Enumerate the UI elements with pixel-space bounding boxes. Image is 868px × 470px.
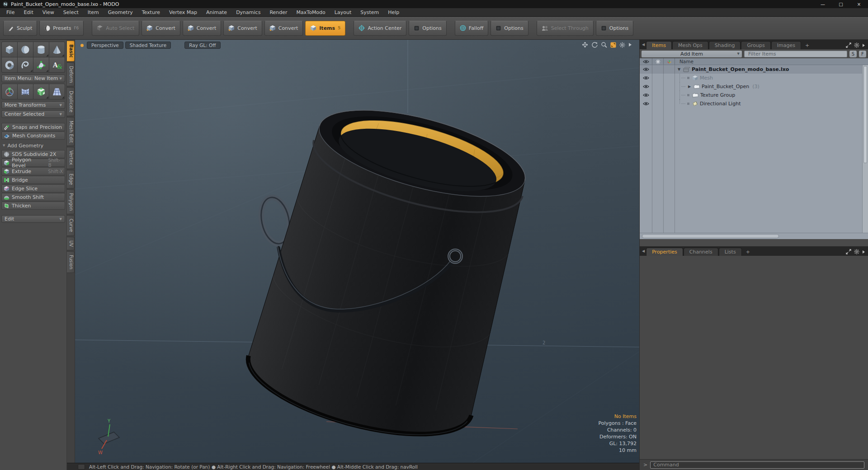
falloff-options-button[interactable]: Options: [491, 21, 528, 36]
collapse-arrow-icon[interactable]: ▼: [677, 67, 681, 71]
panel-left-arrow-icon[interactable]: ◀: [641, 249, 646, 253]
filter-f-button[interactable]: F: [859, 51, 866, 57]
item-tree-scrollbar[interactable]: [862, 65, 868, 233]
snaps-and-precision-button[interactable]: Snaps and Precision: [1, 123, 65, 131]
panel-gear-icon[interactable]: [854, 249, 859, 254]
item-tree-hscrollbar[interactable]: [640, 233, 868, 239]
sculpt-button[interactable]: Sculpt: [3, 21, 37, 36]
command-input[interactable]: [650, 461, 864, 469]
presets-button[interactable]: PresetsF6: [39, 21, 84, 36]
panel-flyout-arrow-icon[interactable]: [862, 250, 865, 254]
tab-properties[interactable]: Properties: [646, 248, 683, 256]
tool-polygon-bevel[interactable]: Polygon BevelShift-B: [1, 159, 65, 167]
visibility-column-header[interactable]: [640, 58, 652, 65]
add-tab-button[interactable]: +: [742, 248, 754, 256]
menu-select[interactable]: Select: [59, 8, 83, 16]
expand-panel-icon[interactable]: [846, 42, 851, 48]
menu-system[interactable]: System: [356, 8, 383, 16]
tab-edge[interactable]: Edge: [67, 170, 75, 188]
viewport-gear-icon[interactable]: [619, 42, 625, 48]
item-row-mesh[interactable]: Mesh: [640, 74, 868, 82]
locator-tool-button[interactable]: [2, 84, 17, 99]
items-mode-button[interactable]: Items5: [305, 21, 345, 36]
tool-bridge[interactable]: Bridge: [1, 176, 65, 184]
menu-item[interactable]: Item: [83, 8, 104, 16]
rotate-icon[interactable]: [591, 42, 598, 48]
cylinder-tool-button[interactable]: [33, 42, 49, 57]
menu-animate[interactable]: Animate: [202, 8, 231, 16]
convert-polygons-button[interactable]: Convert: [223, 21, 262, 36]
panel-left-arrow-icon[interactable]: ◀: [641, 42, 646, 47]
tab-basic[interactable]: Basic: [67, 41, 75, 61]
menu-file[interactable]: File: [2, 8, 19, 16]
tab-uv[interactable]: UV: [67, 237, 75, 250]
tab-fusion[interactable]: Fusion: [67, 251, 75, 273]
hscrollbar-thumb[interactable]: [642, 234, 779, 238]
eye-icon[interactable]: [640, 74, 652, 82]
lattice-tool-button[interactable]: [18, 84, 33, 99]
tab-polygon[interactable]: Polygon: [67, 189, 75, 214]
tab-channels[interactable]: Channels: [684, 248, 718, 256]
viewport-shading-tab[interactable]: Shaded Texture: [125, 42, 171, 49]
tab-vertex[interactable]: Vertex: [67, 147, 75, 169]
mesh-constraints-button[interactable]: Mesh Constraints: [1, 132, 65, 140]
close-button[interactable]: ×: [850, 0, 868, 8]
zoom-icon[interactable]: [601, 42, 607, 48]
menu-dynamics[interactable]: Dynamics: [231, 8, 265, 16]
viewport-menu-dot[interactable]: [80, 44, 84, 47]
select-through-options-button[interactable]: Options: [596, 21, 633, 36]
torus-tool-button[interactable]: [2, 57, 17, 72]
item-row-paint-bucket[interactable]: ▶ Paint_Bucket_Open (3): [640, 82, 868, 91]
cone-tool-button[interactable]: [49, 42, 65, 57]
maximize-viewport-icon[interactable]: [610, 42, 616, 48]
falloff-plane-tool-button[interactable]: [49, 84, 65, 99]
center-selected-dropdown[interactable]: Center Selected▼: [1, 110, 65, 118]
convert-materials-button[interactable]: Convert: [264, 21, 303, 36]
eye-icon[interactable]: [640, 82, 652, 91]
helix-tool-button[interactable]: [18, 57, 33, 72]
item-row-directional-light[interactable]: Directional Light: [640, 99, 868, 108]
tool-smooth-shift[interactable]: Smooth Shift: [1, 193, 65, 201]
more-transforms-dropdown[interactable]: More Transforms▼: [1, 101, 65, 109]
maximize-button[interactable]: □: [832, 0, 850, 8]
scrollbar-thumb[interactable]: [863, 66, 867, 163]
tool-edge-slice[interactable]: Edge Slice: [1, 184, 65, 193]
menu-edit[interactable]: Edit: [19, 8, 38, 16]
falloff-button[interactable]: Falloff: [455, 21, 488, 36]
tab-mesh-ops[interactable]: Mesh Ops: [672, 41, 708, 49]
action-center-button[interactable]: Action Center: [354, 21, 406, 36]
auto-select-button[interactable]: Auto Select: [92, 21, 139, 36]
convert-vertices-button[interactable]: Convert: [142, 21, 180, 36]
render-column-header[interactable]: [652, 58, 664, 65]
viewport-flyout-arrow-icon[interactable]: [628, 42, 632, 47]
tool-thicken[interactable]: Thicken: [1, 202, 65, 210]
menu-layout[interactable]: Layout: [330, 8, 356, 16]
transform-column-header[interactable]: [664, 58, 675, 65]
eye-icon[interactable]: [640, 91, 652, 99]
tab-items[interactable]: Items: [646, 41, 672, 49]
tab-lists[interactable]: Lists: [719, 248, 742, 256]
add-item-dropdown[interactable]: Add Item ▼: [642, 51, 742, 57]
menu-texture[interactable]: Texture: [137, 8, 165, 16]
sphere-tool-button[interactable]: [18, 42, 33, 57]
item-menu-dropdown[interactable]: Item Menu: New Item▼: [1, 75, 65, 82]
tab-shading[interactable]: Shading: [709, 41, 741, 49]
tab-images[interactable]: Images: [771, 41, 801, 49]
menu-render[interactable]: Render: [265, 8, 292, 16]
item-row-texture-group[interactable]: Texture Group: [640, 91, 868, 99]
tab-mesh-edit[interactable]: Mesh Edit: [67, 117, 75, 146]
tab-curve[interactable]: Curve: [67, 215, 75, 236]
panel-gear-icon[interactable]: [854, 42, 859, 48]
tab-deform[interactable]: Deform: [67, 62, 75, 86]
pan-icon[interactable]: [582, 42, 588, 48]
texture-cube-tool-button[interactable]: [33, 84, 49, 99]
menu-maxtomodo[interactable]: MaxToModo: [292, 8, 330, 16]
menu-help[interactable]: Help: [383, 8, 404, 16]
pen-tool-button[interactable]: [33, 57, 49, 72]
item-row-scene[interactable]: ▼ Paint_Bucket_Open_modo_base.lxo: [640, 65, 868, 74]
tab-duplicate[interactable]: Duplicate: [67, 87, 75, 116]
cube-tool-button[interactable]: [2, 42, 17, 57]
statusbar-button[interactable]: [78, 464, 85, 470]
add-tab-button[interactable]: +: [802, 41, 813, 49]
edit-dropdown[interactable]: Edit▼: [1, 215, 65, 223]
